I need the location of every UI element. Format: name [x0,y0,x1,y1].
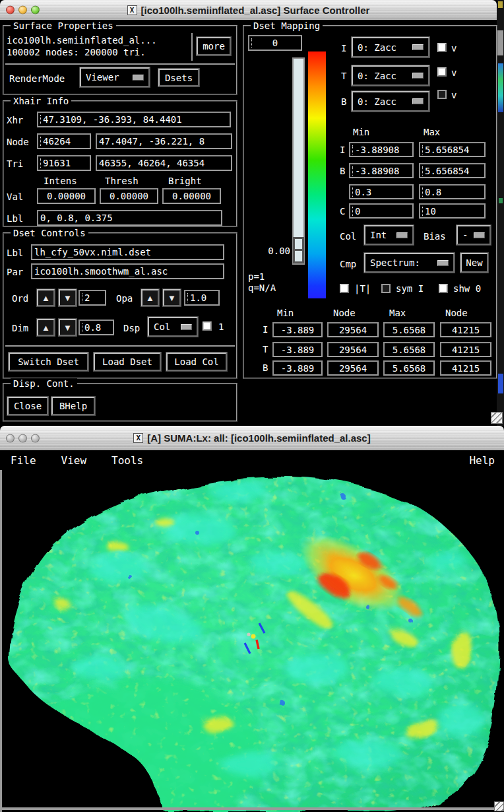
sym-range-checkbox[interactable] [381,284,391,293]
text-cursor [352,166,353,176]
val-bright-field: 0.00000 [162,188,221,204]
menu-view[interactable]: View [55,454,94,467]
node-field[interactable]: 46264 [37,133,91,149]
abs-thresh-checkbox[interactable] [340,284,349,293]
minimize-button[interactable] [18,6,27,15]
xterm-icon: X [133,433,143,443]
close-button[interactable] [6,434,15,442]
text-cursor [352,187,353,197]
dim-up-button[interactable]: ▲ [37,319,55,336]
option-menu-indicator [181,324,192,330]
colormap-bar[interactable] [308,51,326,298]
range-coord-max-field[interactable]: 0.8 [419,184,486,199]
minimize-button[interactable] [18,434,27,442]
range-i-min-field[interactable]: -3.88908 [349,142,414,157]
surface-controller-window: X [ico100lh.semiinflated_al.asc] Surface… [0,0,497,426]
tri-nodes-field[interactable]: 46355, 46264, 46354 [96,155,232,171]
zoom-button[interactable] [31,6,40,15]
threshold-slider-thumb[interactable] [293,237,304,263]
dim-down-button[interactable]: ▼ [59,319,77,336]
ord-up-button[interactable]: ▲ [37,289,55,306]
opa-field[interactable]: 1.0 [184,290,220,306]
dsp-menu[interactable]: Col [148,317,198,337]
dset-lbl-field[interactable]: lh_cfy_50vx.niml.dset [31,244,224,260]
bright-brick-menu[interactable]: 0: Zacc [352,91,429,112]
bhelp-button[interactable]: BHelp [51,397,95,415]
table-cell: 29564 [327,360,379,376]
xterm-icon: X [127,5,137,15]
screen: X [ico100lh.semiinflated_al.asc] Surface… [0,0,504,812]
menu-tools[interactable]: Tools [105,454,150,467]
thresh-brick-menu[interactable]: 0: Zacc [352,65,429,86]
option-menu-indicator [474,232,485,238]
dsp-1-checkbox[interactable] [203,321,212,331]
switch-dset-button[interactable]: Switch Dset [9,353,88,371]
xhr-label: Xhr [7,115,23,125]
dsets-button[interactable]: Dsets [158,69,199,86]
dset-par-field[interactable]: ico100lh.smoothwm_al.asc [31,263,224,279]
bright-v-checkbox[interactable] [437,90,447,99]
bright-brick-label: B [341,96,346,107]
viewer-resize-grip[interactable] [494,801,504,811]
xhr-field[interactable]: 47.3109, -36.393, 84.4401 [37,112,231,127]
table-row-i-label: I [263,324,268,335]
intens-v-label: v [451,43,457,53]
controller-titlebar[interactable]: X [ico100lh.semiinflated_al.asc] Surface… [0,0,497,20]
range-b-max-field[interactable]: 5.656854 [419,163,486,178]
range-coord-min-field[interactable]: 0.3 [349,184,414,199]
table-max-header: Max [389,308,406,318]
viewer-title-text: [A] SUMA:Lx: all: [ico100lh.semiinflated… [147,432,370,444]
sliver-speck [497,30,503,55]
new-colormap-button[interactable]: New [460,253,488,273]
menu-help[interactable]: Help [462,454,504,467]
more-button[interactable]: more [197,37,231,55]
close-controller-button[interactable]: Close [7,397,48,415]
controller-content: Surface Properties ico100lh.semiinflated… [0,20,497,426]
rendermode-menu[interactable]: Viewer [80,67,150,87]
intens-v-checkbox[interactable] [437,43,447,52]
table-cell: 41215 [440,342,491,357]
sliver-speck [499,198,503,203]
range-i-max-field[interactable]: 5.656854 [419,142,486,157]
min-header: Min [353,127,369,137]
option-menu-indicator [412,73,424,79]
range-c-max-field[interactable]: 10 [419,203,486,219]
dim-field[interactable]: 0.8 [79,320,114,335]
node-coords-field[interactable]: 47.4047, -36.221, 8 [96,133,232,149]
bright-v-label: v [451,90,457,100]
threshold-value-field[interactable]: 0 [248,35,302,51]
controller-resize-grip[interactable] [491,412,503,424]
menu-file[interactable]: File [0,454,43,467]
dset-par-label: Par [7,267,23,277]
range-c-min-field[interactable]: 0 [349,203,414,219]
col-menu[interactable]: Int [364,225,414,245]
ord-down-button[interactable]: ▼ [59,289,77,306]
divider [5,345,235,347]
ord-label: Ord [12,293,28,304]
val-label: Val [7,191,23,202]
show-zero-checkbox[interactable] [439,284,448,293]
range-b-min-field[interactable]: -3.88908 [349,163,414,178]
ord-field[interactable]: 2 [79,290,106,306]
threshold-slider[interactable] [292,57,305,265]
cmp-menu[interactable]: Spectrum: [364,253,455,273]
tri-field[interactable]: 91631 [37,155,91,171]
load-dset-button[interactable]: Load Dset [94,353,161,371]
opa-down-button[interactable]: ▼ [163,289,181,306]
opa-up-button[interactable]: ▲ [141,289,159,306]
intens-brick-menu[interactable]: 0: Zacc [352,37,429,57]
gl-viewport[interactable] [0,470,504,812]
intens-brick-label: I [341,43,346,53]
thresh-v-checkbox[interactable] [437,67,447,77]
dsp-value: Col [154,321,170,332]
zoom-button[interactable] [31,434,40,442]
load-col-button[interactable]: Load Col [166,353,227,371]
brain-surface-rendering[interactable] [0,470,504,812]
lbl-field: 0, 0.8, 0.375 [37,210,222,226]
table-cell: -3.889 [272,360,323,376]
text-cursor [40,158,41,168]
close-button[interactable] [6,6,15,15]
viewer-titlebar[interactable]: X [A] SUMA:Lx: all: [ico100lh.semiinflat… [0,426,504,451]
table-cell: -3.889 [272,322,323,337]
bias-menu[interactable]: - [457,225,491,245]
